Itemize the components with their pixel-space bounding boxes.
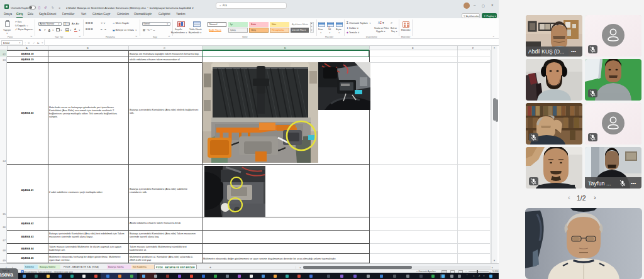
svg-text:•••: ••• bbox=[631, 180, 636, 186]
svg-text:•••: ••• bbox=[571, 48, 576, 54]
svg-text:Abdil KUŞ (D...: Abdil KUŞ (D... bbox=[528, 48, 564, 55]
svg-text:Tayfun ...: Tayfun ... bbox=[588, 180, 611, 187]
